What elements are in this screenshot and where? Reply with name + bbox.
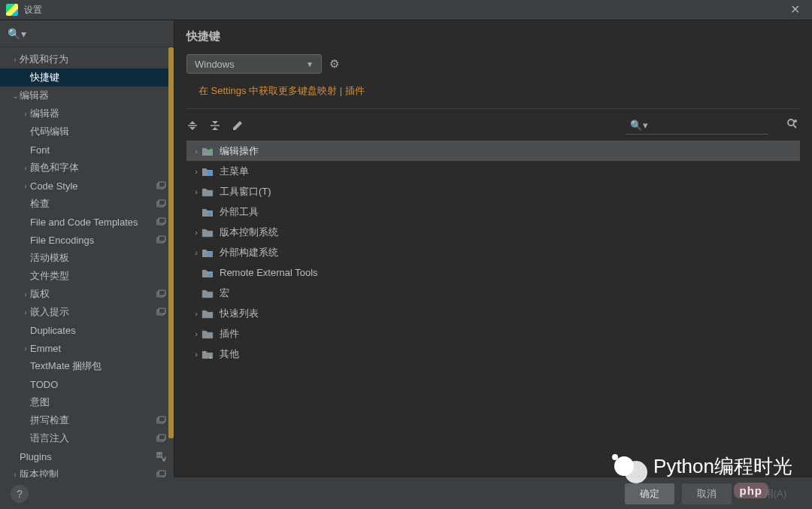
keymap-tree-item[interactable]: ›主菜单: [186, 161, 800, 181]
keymap-selected: Windows: [195, 59, 235, 70]
chevron-icon: ›: [191, 147, 201, 156]
keymap-tree-item[interactable]: 外部工具: [186, 201, 800, 222]
keymap-tree-item[interactable]: ›外部构建系统: [186, 242, 800, 262]
tools-folder-icon: [201, 207, 214, 217]
sidebar-item[interactable]: 快捷键: [0, 68, 174, 86]
more-keymaps-link[interactable]: 在 Settings 中获取更多键盘映射 | 插件: [186, 78, 800, 109]
sidebar-item-label: Plugins: [20, 451, 52, 462]
collapse-all-icon[interactable]: [209, 120, 221, 132]
sidebar-item[interactable]: 意图: [0, 393, 174, 411]
project-scope-icon: [156, 198, 166, 209]
sidebar-item[interactable]: ›颜色和字体: [0, 159, 174, 177]
sidebar-item[interactable]: 活动模板: [0, 249, 174, 267]
sidebar-item-label: Code Style: [30, 180, 78, 192]
sidebar-item[interactable]: 检查: [0, 195, 174, 213]
chevron-icon: ›: [21, 109, 30, 118]
search-icon: 🔍 ▾: [630, 120, 648, 131]
chevron-icon: ›: [21, 181, 30, 190]
chevron-icon: ›: [21, 163, 30, 172]
sidebar-item-label: 颜色和字体: [30, 161, 79, 174]
sidebar-item[interactable]: ›编辑器: [0, 105, 174, 123]
keymap-item-label: 快速列表: [220, 307, 259, 320]
chevron-icon: ›: [21, 308, 30, 317]
keymap-item-label: 其他: [220, 347, 239, 361]
sidebar-item[interactable]: ›Code Style: [0, 177, 174, 195]
sidebar-item[interactable]: File Encodings: [0, 231, 174, 249]
sidebar-item-label: TextMate 捆绑包: [30, 359, 102, 373]
sidebar-item[interactable]: TODO: [0, 375, 174, 393]
sidebar-item[interactable]: ›嵌入提示: [0, 303, 174, 321]
sidebar-item-label: 版本控制: [20, 468, 59, 477]
sidebar-item-label: 编辑器: [30, 107, 59, 120]
sidebar-item[interactable]: ›版本控制: [0, 465, 174, 477]
keymap-tree-item[interactable]: 宏: [186, 283, 800, 303]
window-titlebar: 设置 ✕: [0, 0, 812, 20]
sidebar-item[interactable]: 代码编辑: [0, 123, 174, 141]
tools-folder-icon: [201, 268, 214, 278]
sidebar-scrollbar[interactable]: [168, 47, 174, 477]
project-scope-icon: [156, 180, 166, 191]
sidebar-item-label: 语言注入: [30, 432, 69, 445]
project-scope-icon: [156, 289, 166, 299]
project-scope-icon: [156, 433, 166, 444]
main-panel: 快捷键 Windows ▼ ⚙ 在 Settings 中获取更多键盘映射 | 插…: [174, 20, 812, 477]
close-icon[interactable]: ✕: [783, 4, 806, 16]
keymap-tree-item[interactable]: ›工具窗口(T): [186, 181, 800, 201]
menu-folder-icon: [201, 166, 214, 177]
project-scope-icon: [156, 235, 166, 245]
chevron-icon: ›: [11, 55, 20, 64]
folder-icon: [201, 308, 214, 319]
help-button[interactable]: ?: [11, 485, 29, 503]
sidebar-item-label: 活动模板: [30, 251, 69, 265]
sidebar-item[interactable]: Plugins: [0, 447, 174, 465]
chevron-icon: ›: [191, 350, 201, 359]
ok-button[interactable]: 确定: [625, 483, 674, 504]
sidebar-item[interactable]: 文件类型: [0, 267, 174, 285]
sidebar-item[interactable]: Font: [0, 141, 174, 159]
sidebar-item-label: TODO: [30, 379, 58, 390]
sidebar-item-label: Duplicates: [30, 325, 76, 336]
keymap-item-label: 外部工具: [220, 205, 259, 219]
sidebar-item[interactable]: 拼写检查: [0, 411, 174, 429]
cancel-button[interactable]: 取消: [682, 483, 732, 504]
sidebar-item[interactable]: 语言注入: [0, 429, 174, 447]
apply-button[interactable]: 应用(A): [739, 483, 801, 504]
keymap-tree[interactable]: ›编辑操作›主菜单›工具窗口(T)外部工具›版本控制系统›外部构建系统Remot…: [186, 141, 800, 364]
project-scope-icon: [156, 217, 166, 227]
app-icon: [6, 4, 18, 16]
sidebar-item[interactable]: ›Emmet: [0, 339, 174, 357]
sidebar-item[interactable]: ›外观和行为: [0, 50, 174, 68]
project-scope-icon: [156, 469, 166, 477]
sidebar-item[interactable]: ›版权: [0, 285, 174, 303]
keymap-item-label: 编辑操作: [220, 144, 259, 158]
keymap-tree-item[interactable]: ›版本控制系统: [186, 222, 800, 242]
keymap-tree-item[interactable]: ›快速列表: [186, 303, 800, 323]
keymap-tree-item[interactable]: ›插件: [186, 323, 800, 344]
sidebar-item[interactable]: Duplicates: [0, 321, 174, 339]
project-scope-icon: [156, 415, 166, 426]
sidebar-item[interactable]: ⌄编辑器: [0, 86, 174, 105]
sidebar-search[interactable]: 🔍 ▾: [0, 20, 174, 47]
find-by-shortcut-icon[interactable]: [786, 118, 800, 134]
keymap-tree-item[interactable]: Remote External Tools: [186, 262, 800, 283]
folder-icon: [201, 288, 214, 298]
action-search-input[interactable]: 🔍 ▾: [626, 117, 768, 135]
project-scope-icon: [156, 307, 166, 317]
settings-tree[interactable]: ›外观和行为快捷键⌄编辑器›编辑器代码编辑Font›颜色和字体›Code Sty…: [0, 47, 174, 477]
folder-icon: [201, 227, 214, 238]
chevron-icon: ›: [191, 167, 201, 176]
keymap-item-label: 插件: [220, 327, 239, 341]
language-icon: [156, 451, 166, 462]
sidebar-item-label: 编辑器: [20, 89, 49, 102]
sidebar-item[interactable]: File and Code Templates: [0, 213, 174, 231]
expand-all-icon[interactable]: [186, 120, 198, 132]
misc-folder-icon: [201, 349, 214, 359]
sidebar-item-label: Font: [30, 144, 50, 156]
edit-shortcut-icon[interactable]: [232, 120, 244, 132]
keymap-tree-item[interactable]: ›编辑操作: [186, 141, 800, 161]
keymap-tree-item[interactable]: ›其他: [186, 344, 800, 364]
gear-icon[interactable]: ⚙: [329, 57, 339, 71]
chevron-icon: ›: [21, 289, 30, 298]
keymap-selector[interactable]: Windows ▼: [186, 54, 322, 74]
sidebar-item[interactable]: TextMate 捆绑包: [0, 357, 174, 375]
